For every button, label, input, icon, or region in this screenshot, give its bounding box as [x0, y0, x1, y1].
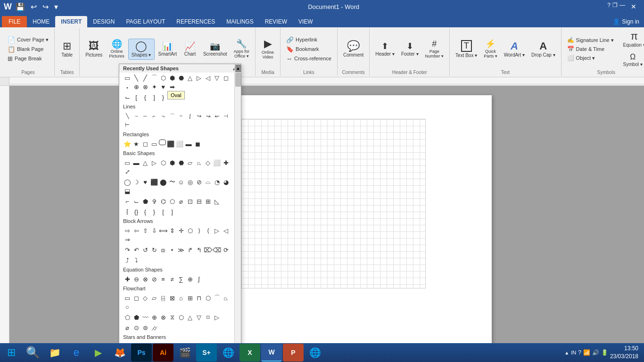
flow-collate[interactable]: ⧖ [168, 313, 176, 321]
flow-direct-access[interactable]: ⊜ [141, 323, 149, 332]
arrow-dbl-notch[interactable]: ≫ [177, 246, 185, 254]
arrow-circ-r[interactable]: ↻ [150, 246, 158, 254]
arrow-up-down[interactable]: ⇕ [168, 226, 176, 235]
shape-sq[interactable]: ◻ [222, 74, 230, 82]
flow-sequential[interactable]: ⌀ [123, 323, 132, 332]
basic-round-rect[interactable]: ⬜ [213, 158, 221, 167]
flow-manual-input[interactable]: ⌒ [213, 294, 221, 302]
taskbar-files-btn[interactable]: 📁 [44, 344, 65, 362]
scroll-up-btn[interactable]: ▲ [235, 65, 241, 72]
tab-page-layout[interactable]: PAGE LAYOUT [120, 16, 171, 27]
signature-line-button[interactable]: ✍ Signature Line ▾ [564, 36, 617, 44]
battery-icon[interactable]: 🔋 [601, 349, 608, 356]
cross-reference-button[interactable]: ↔ Cross-reference [283, 54, 334, 63]
arrow-chevron-l[interactable]: ⟨ [204, 226, 212, 235]
table-button[interactable]: ⊞ Table [58, 39, 76, 59]
object-button[interactable]: ⬜ Object ▾ [564, 54, 617, 62]
line-freeform[interactable]: ~ [177, 112, 185, 120]
shape-cbracket[interactable]: { [141, 93, 149, 101]
tab-home[interactable]: HOME [27, 16, 55, 27]
pictures-button[interactable]: 🖼 Pictures [83, 39, 105, 59]
basic-pie[interactable]: ◕ [222, 178, 230, 186]
arrow-loop[interactable]: ⟳ [222, 246, 230, 254]
date-time-button[interactable]: 📅 Date & Time [564, 45, 617, 53]
shape-arc[interactable]: ⌒ [150, 74, 158, 82]
line-arrow[interactable]: → [132, 112, 140, 120]
screenshot-button[interactable]: 📷 Screenshot [200, 40, 230, 58]
basic-left-brace[interactable]: { [141, 207, 149, 216]
arrow-u-turn[interactable]: ↰ [195, 246, 203, 254]
shapes-button[interactable]: ◯ Shapes ▾ [128, 39, 155, 60]
eq-integral[interactable]: ∫ [195, 275, 203, 283]
flow-punched-tape[interactable]: 〰 [141, 313, 149, 321]
basic-arrow[interactable]: ⤢ [123, 167, 132, 176]
text-box-button[interactable]: T Text Box ▾ [453, 38, 480, 60]
shape-diamond[interactable]: ⬩ [123, 82, 132, 91]
document-area[interactable] [9, 86, 644, 356]
basic-plaque[interactable]: ⬠ [168, 197, 176, 206]
help-icon[interactable]: ? [607, 2, 611, 11]
tab-review[interactable]: REVIEW [259, 16, 293, 27]
rect-star[interactable]: ⭐ [123, 140, 132, 148]
basic-brace-pair[interactable]: {} [132, 207, 140, 216]
arrow-dbl-r[interactable]: ⇒ [123, 235, 132, 244]
line-curve-arrow[interactable]: ↝ [204, 112, 212, 120]
flow-internal[interactable]: ⊠ [168, 294, 176, 302]
basic-dec-bracket[interactable]: ⌈ [123, 207, 132, 216]
flow-pred-process[interactable]: ⌸ [159, 294, 167, 302]
eq-sum[interactable]: ∑ [177, 275, 185, 283]
shape-cbracket2[interactable]: } [159, 93, 167, 101]
basic-tab[interactable]: ⌬ [159, 197, 167, 206]
page-break-button[interactable]: ⊞ Page Break [5, 54, 51, 63]
flow-off-page[interactable]: ⬠ [123, 313, 132, 321]
rect-snip4[interactable]: ◼ [193, 140, 202, 148]
keyboard-layout-icon[interactable]: IN [571, 350, 576, 355]
shape-oct[interactable]: ⬣ [177, 74, 185, 82]
basic-right-tri[interactable]: ◺ [213, 197, 221, 206]
taskbar-chrome-btn[interactable]: 🌐 [218, 344, 239, 362]
tab-insert[interactable]: INSERT [55, 16, 87, 27]
taskbar-spss-btn[interactable]: S+ [196, 344, 217, 362]
footer-button[interactable]: ⬇ Footer ▾ [398, 40, 421, 58]
flow-summing[interactable]: ⊕ [150, 313, 158, 321]
arrow-up[interactable]: ⇧ [141, 226, 149, 235]
flow-process[interactable]: ▭ [123, 294, 132, 302]
shapes-scrollbar[interactable]: ▲ ▼ [234, 64, 241, 362]
basic-rtri[interactable]: ▷ [150, 158, 158, 167]
basic-sq[interactable]: ▭ [123, 158, 132, 167]
minimize-icon[interactable]: — [619, 2, 625, 11]
taskbar-media-btn[interactable]: ▶ [88, 344, 108, 362]
rect-star2[interactable]: ★ [132, 140, 140, 148]
start-button[interactable]: ⊞ [2, 344, 21, 362]
comment-button[interactable]: 💬 Comment [340, 39, 366, 59]
shape-line2[interactable]: ╱ [141, 74, 149, 82]
shape-pent[interactable]: ⬢ [168, 74, 176, 82]
arrow-quad[interactable]: ✛ [177, 226, 185, 235]
basic-oval[interactable]: ◯ [123, 178, 132, 186]
line-con2[interactable]: ⊢ [123, 121, 132, 129]
flow-data[interactable]: ▱ [150, 294, 158, 302]
basic-hex[interactable]: ⬢ [168, 158, 176, 167]
rect-rect[interactable]: ▭ [150, 140, 158, 148]
scroll-thumb[interactable] [235, 73, 241, 87]
wordart-button[interactable]: A WordArt ▾ [501, 39, 528, 59]
arrow-notch-l[interactable]: ◁ [222, 226, 230, 235]
basic-wave[interactable]: 〜 [168, 178, 176, 186]
basic-pent[interactable]: ⬡ [159, 158, 167, 167]
flow-connector[interactable]: ○ [123, 303, 132, 311]
smartart-button[interactable]: 📊 SmartArt [156, 40, 180, 58]
basic-right-bracket[interactable]: ] [168, 207, 176, 216]
shape-plus[interactable]: ⊕ [132, 82, 140, 91]
shape-ltri[interactable]: ◁ [204, 74, 212, 82]
basic-bevel[interactable]: ⊟ [195, 197, 203, 206]
tab-references[interactable]: REFERENCES [171, 16, 221, 27]
flow-delay[interactable]: ▷ [213, 313, 221, 321]
taskbar-word-btn[interactable]: W [261, 344, 282, 362]
hyperlink-button[interactable]: 🔗 Hyperlink [283, 35, 334, 44]
arrow-chevron-r[interactable]: ⟩ [195, 226, 203, 235]
flow-sort[interactable]: ⬡ [177, 313, 185, 321]
bookmark-button[interactable]: 🔖 Bookmark [283, 45, 334, 54]
sign-in-button[interactable]: 👤 Sign in [608, 16, 644, 27]
shape-heart[interactable]: ♥ [159, 82, 167, 91]
cover-page-button[interactable]: 📄 Cover Page ▾ [5, 35, 51, 44]
